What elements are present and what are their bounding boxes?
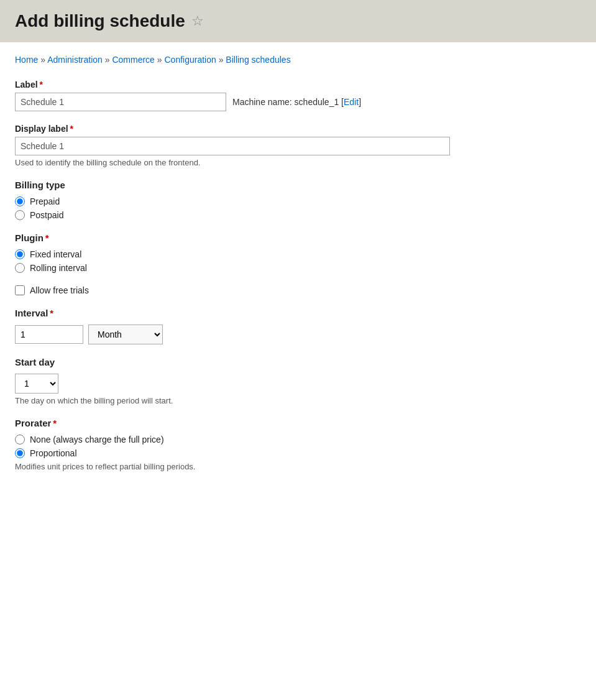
label-input[interactable] [15, 93, 226, 111]
plugin-required-star: * [45, 233, 49, 243]
interval-number-input[interactable] [15, 325, 83, 344]
page-title: Add billing schedule ☆ [15, 11, 581, 31]
breadcrumb-separator: » [38, 55, 47, 65]
postpaid-label: Postpaid [30, 210, 63, 220]
free-trials-checkbox[interactable] [15, 285, 25, 295]
breadcrumb-item-billing-schedules[interactable]: Billing schedules [226, 55, 290, 65]
display-label-field-label: Display label* [15, 124, 581, 134]
display-label-input[interactable] [15, 137, 450, 155]
interval-group: Interval* DayWeekMonthYear [15, 308, 581, 344]
interval-required-star: * [50, 308, 53, 318]
plugin-rolling-option[interactable]: Rolling interval [15, 263, 581, 273]
interval-unit-select[interactable]: DayWeekMonthYear [88, 325, 163, 344]
page-title-text: Add billing schedule [15, 11, 185, 31]
page-header: Add billing schedule ☆ [0, 0, 596, 42]
prepaid-label: Prepaid [30, 196, 60, 206]
prorater-required-star: * [53, 418, 57, 428]
free-trials-option[interactable]: Allow free trials [15, 285, 581, 295]
plugin-group: Plugin* Fixed interval Rolling interval [15, 233, 581, 273]
billing-type-postpaid-option[interactable]: Postpaid [15, 210, 581, 220]
prorater-label: Prorater* [15, 418, 581, 428]
start-day-label: Start day [15, 357, 581, 367]
breadcrumb-separator: » [155, 55, 165, 65]
prorater-none-radio[interactable] [15, 435, 25, 444]
prorater-proportional-radio[interactable] [15, 448, 25, 458]
interval-row: DayWeekMonthYear [15, 325, 581, 344]
main-content: Home » Administration » Commerce » Confi… [0, 42, 596, 509]
rolling-interval-radio[interactable] [15, 263, 25, 273]
prorater-none-option[interactable]: None (always charge the full price) [15, 435, 581, 444]
prorater-help: Modifies unit prices to reflect partial … [15, 462, 581, 471]
required-star-display: * [70, 124, 73, 134]
label-input-row: Machine name: schedule_1 [Edit] [15, 93, 581, 111]
postpaid-radio[interactable] [15, 210, 25, 220]
fixed-interval-radio[interactable] [15, 249, 25, 259]
breadcrumb-item-configuration[interactable]: Configuration [164, 55, 216, 65]
label-field-group: Label* Machine name: schedule_1 [Edit] [15, 80, 581, 111]
breadcrumb: Home » Administration » Commerce » Confi… [15, 55, 581, 65]
machine-name-text: Machine name: schedule_1 [Edit] [232, 97, 361, 107]
plugin-fixed-option[interactable]: Fixed interval [15, 249, 581, 259]
billing-type-group: Billing type Prepaid Postpaid [15, 180, 581, 220]
display-label-field-group: Display label* Used to identify the bill… [15, 124, 581, 167]
breadcrumb-separator: » [103, 55, 112, 65]
fixed-interval-label: Fixed interval [30, 249, 81, 259]
prorater-none-label: None (always charge the full price) [30, 435, 164, 444]
prorater-group: Prorater* None (always charge the full p… [15, 418, 581, 471]
prorater-proportional-label: Proportional [30, 448, 77, 458]
prepaid-radio[interactable] [15, 196, 25, 206]
breadcrumb-item-commerce[interactable]: Commerce [112, 55, 154, 65]
free-trials-group: Allow free trials [15, 285, 581, 295]
rolling-interval-label: Rolling interval [30, 263, 87, 273]
billing-type-prepaid-option[interactable]: Prepaid [15, 196, 581, 206]
breadcrumb-item-home[interactable]: Home [15, 55, 38, 65]
start-day-help: The day on which the billing period will… [15, 396, 581, 405]
start-day-select[interactable]: 1234567891011121314151617181920212223242… [15, 374, 58, 394]
plugin-label: Plugin* [15, 233, 581, 243]
breadcrumb-item-administration[interactable]: Administration [47, 55, 103, 65]
required-star: * [40, 80, 43, 90]
label-field-label: Label* [15, 80, 581, 90]
interval-label: Interval* [15, 308, 581, 318]
start-day-group: Start day 123456789101112131415161718192… [15, 357, 581, 405]
display-label-help: Used to identify the billing schedule on… [15, 158, 581, 167]
billing-type-label: Billing type [15, 180, 581, 190]
free-trials-label: Allow free trials [30, 285, 89, 295]
machine-name-edit-link[interactable]: Edit [344, 97, 359, 107]
prorater-proportional-option[interactable]: Proportional [15, 448, 581, 458]
breadcrumb-separator: » [216, 55, 226, 65]
star-icon[interactable]: ☆ [191, 13, 204, 29]
